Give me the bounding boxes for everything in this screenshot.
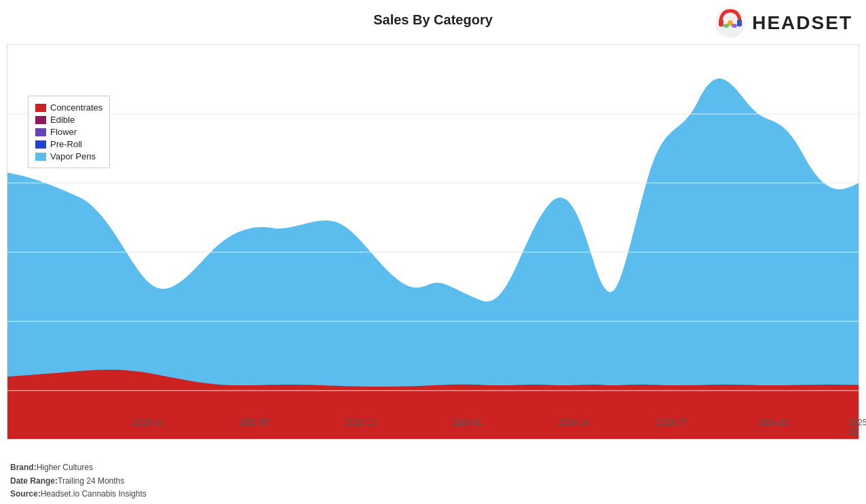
legend-item-flower: Flower [35, 127, 102, 137]
chart-title: Sales By Category [0, 12, 866, 28]
footer-source-label: Source: [10, 489, 41, 499]
footer-brand: Brand:Higher Cultures [10, 461, 147, 474]
footer-source-value: Headset.io Cannabis Insights [41, 489, 147, 499]
footer-brand-label: Brand: [10, 463, 37, 472]
chart-area: Concentrates Edible Flower Pre-Roll Vapo… [7, 44, 859, 440]
legend-color-flower [35, 128, 46, 136]
legend-item-edible: Edible [35, 115, 102, 125]
x-axis: 2023-04 2023-07 2023-10 2024-01 2024-04 … [7, 418, 859, 438]
x-label-2023-10: 2023-10 [345, 418, 375, 427]
legend-label-preroll: Pre-Roll [50, 139, 82, 149]
legend-color-vapor-pens [35, 153, 46, 161]
footer-daterange-label: Date Range: [10, 476, 58, 486]
footer-source: Source:Headset.io Cannabis Insights [10, 488, 147, 501]
x-label-2024-01: 2024-01 [452, 418, 482, 427]
chart-svg [7, 45, 859, 439]
footer-brand-value: Higher Cultures [37, 463, 93, 472]
page-container: HEADSET Sales By Category [0, 0, 866, 504]
x-label-2024-10: 2024-10 [759, 418, 789, 427]
legend-label-edible: Edible [50, 115, 75, 125]
legend-color-concentrates [35, 104, 46, 112]
x-label-2024-04: 2024-04 [559, 418, 588, 427]
footer-info: Brand:Higher Cultures Date Range:Trailin… [10, 461, 147, 501]
legend-item-concentrates: Concentrates [35, 102, 102, 113]
legend-label-flower: Flower [50, 127, 77, 137]
x-label-2024-07: 2024-07 [657, 418, 687, 427]
legend-color-edible [35, 116, 46, 124]
legend-item-vapor-pens: Vapor Pens [35, 151, 102, 161]
legend-color-preroll [35, 140, 46, 149]
footer-daterange-value: Trailing 24 Months [58, 476, 124, 486]
legend-item-preroll: Pre-Roll [35, 139, 102, 149]
footer-daterange: Date Range:Trailing 24 Months [10, 475, 147, 488]
x-label-2023-04: 2023-04 [132, 418, 162, 427]
legend-label-concentrates: Concentrates [50, 102, 102, 113]
x-label-2025-01: 2025-01 [849, 418, 866, 437]
legend-label-vapor-pens: Vapor Pens [50, 151, 96, 161]
x-label-2023-07: 2023-07 [239, 418, 269, 427]
legend: Concentrates Edible Flower Pre-Roll Vapo… [28, 96, 110, 168]
